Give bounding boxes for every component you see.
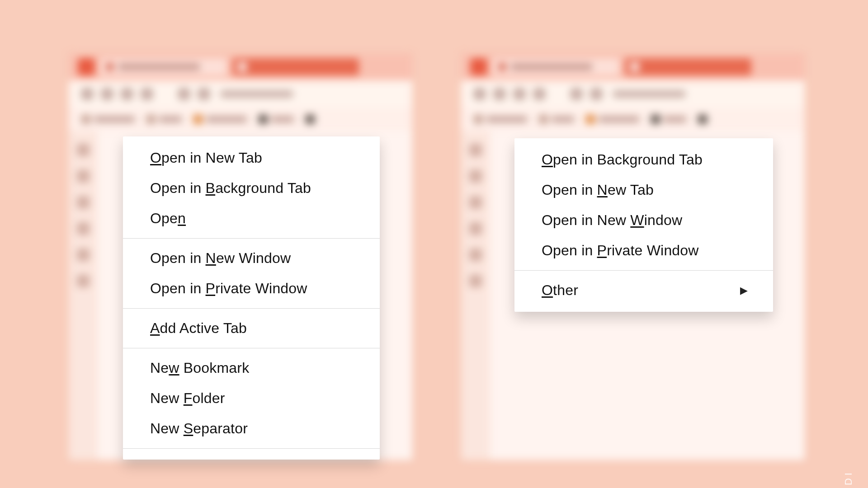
tab-title-blur [511, 64, 592, 70]
home-icon [533, 88, 545, 100]
tab-title-blur [118, 64, 200, 70]
stack-overflow-icon [193, 115, 203, 124]
menu-item-open-background-tab[interactable]: Open in Background Tab [514, 145, 773, 175]
menu-separator [123, 448, 380, 449]
stack-overflow-icon [586, 115, 595, 124]
folder-icon [146, 115, 156, 124]
bookmark-label-blur [664, 116, 686, 122]
back-icon [81, 88, 93, 100]
folder-icon [474, 115, 483, 124]
side-panel [69, 131, 98, 460]
back-icon [474, 88, 486, 100]
new-tab-icon [238, 62, 247, 71]
favicon-icon [106, 63, 114, 71]
bookmark-icon [306, 115, 315, 124]
menu-item-new-separator[interactable]: New Separator [123, 413, 380, 444]
nav-toolbar [461, 80, 805, 108]
vivaldi-logo-icon [470, 58, 487, 75]
bookmarks-panel-icon [77, 144, 90, 156]
bookmark-icon [698, 115, 707, 124]
tab-inactive [493, 58, 619, 75]
menu-item-new-folder[interactable]: New Folder [123, 383, 380, 413]
menu-item-other-submenu[interactable]: Other ▶ [514, 275, 773, 305]
vivaldi-watermark: VIVALDI [842, 470, 855, 488]
menu-separator [514, 270, 773, 271]
home-icon [141, 88, 153, 100]
tab-bar [461, 53, 805, 80]
vivaldi-logo-icon [78, 58, 95, 75]
tab-inactive [100, 58, 227, 75]
history-panel-icon [77, 196, 90, 209]
menu-item-open-new-tab[interactable]: Open in New Tab [123, 143, 380, 173]
notes-panel-icon [469, 222, 482, 235]
menu-item-open[interactable]: Open [123, 203, 380, 234]
nav-toolbar [69, 80, 412, 108]
chevron-right-icon: ▶ [740, 285, 748, 296]
add-panel-icon [469, 275, 482, 287]
menu-item-open-background-tab[interactable]: Open in Background Tab [123, 173, 380, 203]
menu-item-open-new-window[interactable]: Open in New Window [514, 205, 773, 235]
bookmarks-bar [69, 108, 412, 131]
lock-icon [590, 88, 602, 100]
favicon-icon [498, 63, 506, 71]
lock-icon [198, 88, 210, 100]
github-icon [651, 115, 660, 124]
bookmark-label-blur [271, 116, 294, 122]
menu-separator [123, 308, 380, 309]
forward-icon [494, 88, 505, 100]
folder-icon [81, 115, 90, 124]
menu-item-open-new-window[interactable]: Open in New Window [123, 243, 380, 273]
reload-icon [514, 88, 525, 100]
watermark-text: VIVALDI [843, 470, 854, 488]
context-menu-compact: Open in Background Tab Open in New Tab O… [514, 138, 773, 312]
bookmark-label-blur [552, 116, 574, 122]
forward-icon [101, 88, 113, 100]
context-menu-full: Open in New Tab Open in Background Tab O… [123, 136, 380, 460]
window-panel-icon [77, 249, 90, 261]
shield-icon [178, 88, 190, 100]
add-panel-icon [77, 275, 90, 287]
tab-active [232, 58, 359, 75]
window-panel-icon [469, 249, 482, 261]
tab-bar [69, 53, 412, 80]
url-text-blur [221, 90, 293, 98]
history-panel-icon [469, 196, 482, 209]
new-tab-icon [630, 62, 639, 71]
bookmarks-panel-icon [469, 144, 482, 156]
bookmark-label-blur [486, 116, 527, 122]
menu-separator [123, 348, 380, 348]
bookmark-label-blur [94, 116, 135, 122]
bookmark-label-blur [159, 116, 182, 122]
notes-panel-icon [77, 222, 90, 235]
bookmark-label-blur [599, 116, 639, 122]
url-text-blur [613, 90, 685, 98]
shield-icon [571, 88, 582, 100]
menu-item-open-private-window[interactable]: Open in Private Window [123, 273, 380, 304]
folder-icon [539, 115, 548, 124]
menu-item-new-bookmark[interactable]: New Bookmark [123, 353, 380, 383]
menu-item-open-private-window[interactable]: Open in Private Window [514, 235, 773, 266]
side-panel [461, 131, 490, 460]
downloads-panel-icon [469, 170, 482, 183]
downloads-panel-icon [77, 170, 90, 183]
bookmark-label-blur [206, 116, 247, 122]
menu-item-add-active-tab[interactable]: Add Active Tab [123, 313, 380, 343]
tab-active [625, 58, 751, 75]
reload-icon [121, 88, 133, 100]
bookmarks-bar [461, 108, 805, 131]
menu-separator [123, 238, 380, 239]
github-icon [259, 115, 268, 124]
menu-item-open-new-tab[interactable]: Open in New Tab [514, 175, 773, 205]
